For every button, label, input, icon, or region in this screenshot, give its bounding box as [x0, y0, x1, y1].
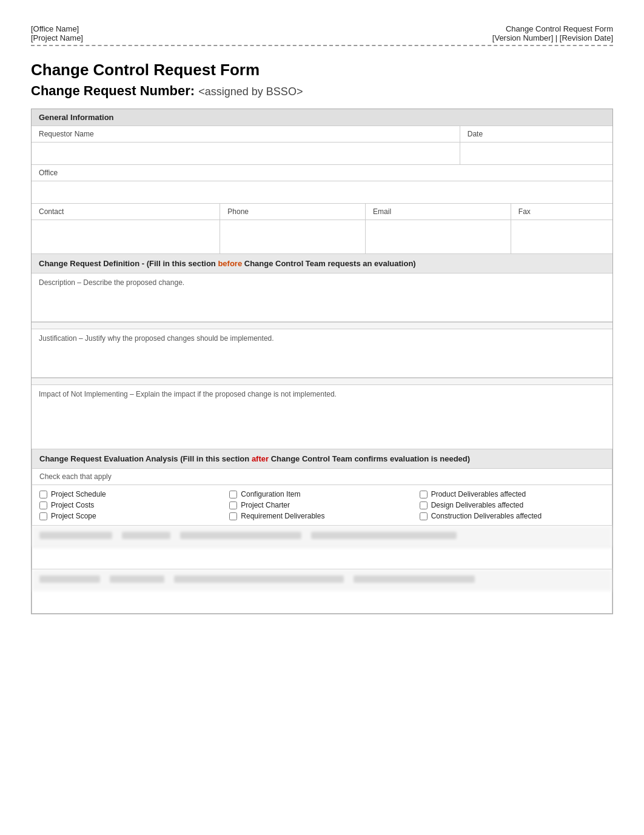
email-input[interactable]: [373, 224, 503, 238]
email-label: Email: [365, 204, 511, 220]
contact-values-row: [32, 220, 612, 254]
checkbox-product-deliverables[interactable]: Product Deliverables affected: [420, 490, 605, 498]
justification-input[interactable]: [39, 346, 605, 371]
checkbox-construction-deliverables-label: Construction Deliverables affected: [431, 512, 542, 520]
checkbox-design-deliverables-label: Design Deliverables affected: [431, 501, 524, 509]
justification-label: Justification – Justify why the proposed…: [39, 334, 605, 343]
contact-value[interactable]: [32, 220, 220, 253]
form-title-right: Change Control Request Form: [506, 24, 613, 33]
version-revision: [Version Number] | [Revision Date]: [492, 33, 613, 42]
header-right: Change Control Request Form [Version Num…: [492, 24, 613, 42]
after-word: after: [252, 454, 269, 463]
subtitle-value: <assigned by BSSO>: [198, 86, 303, 98]
eval-analysis-section: Change Request Evaluation Analysis (Fill…: [32, 449, 612, 614]
requestor-value[interactable]: [32, 143, 460, 164]
fax-value[interactable]: [511, 220, 612, 253]
header-left: [Office Name] [Project Name]: [31, 24, 83, 42]
description-input[interactable]: [39, 290, 605, 315]
checkbox-grid: Project Schedule Configuration Item Prod…: [32, 485, 612, 526]
checkbox-configuration-item[interactable]: Configuration Item: [229, 490, 414, 498]
form-main-title: Change Control Request Form: [31, 61, 613, 79]
change-request-def-section: Change Request Definition - (Fill in thi…: [32, 254, 612, 439]
phone-value[interactable]: [220, 220, 365, 253]
date-input[interactable]: [468, 146, 605, 161]
office-input[interactable]: [39, 185, 605, 200]
checkbox-requirement-deliverables-input[interactable]: [229, 512, 237, 520]
checkbox-project-charter[interactable]: Project Charter: [229, 501, 414, 509]
contact-input[interactable]: [39, 224, 212, 238]
blurred-row-1: [32, 526, 612, 548]
checkbox-project-schedule-input[interactable]: [39, 491, 47, 498]
checkbox-project-schedule-label: Project Schedule: [51, 490, 106, 498]
def-section-header: Change Request Definition - (Fill in thi…: [32, 254, 612, 273]
checkbox-project-costs-input[interactable]: [39, 501, 47, 509]
justification-field: Justification – Justify why the proposed…: [32, 329, 612, 378]
checkbox-project-costs[interactable]: Project Costs: [39, 501, 224, 509]
requestor-input[interactable]: [39, 146, 452, 161]
fax-input[interactable]: [518, 224, 605, 238]
empty-row-2: [32, 591, 612, 613]
description-label: Description – Describe the proposed chan…: [39, 278, 605, 287]
impact-input[interactable]: [39, 402, 605, 432]
requestor-date-label-row: Requestor Name Date: [32, 126, 612, 143]
checkbox-project-scope-label: Project Scope: [51, 512, 96, 520]
date-label: Date: [460, 126, 612, 142]
office-label-row: Office: [32, 165, 612, 181]
office-value-row[interactable]: [32, 181, 612, 204]
eval-header: Change Request Evaluation Analysis (Fill…: [32, 449, 612, 469]
main-form-box: General Information Requestor Name Date …: [31, 109, 613, 614]
separator-1: [32, 322, 612, 329]
checkbox-requirement-deliverables-label: Requirement Deliverables: [241, 512, 324, 520]
checkbox-project-costs-label: Project Costs: [51, 501, 94, 509]
subtitle-label: Change Request Number:: [31, 83, 195, 98]
checkbox-construction-deliverables-input[interactable]: [420, 512, 428, 520]
checkbox-product-deliverables-input[interactable]: [420, 491, 428, 498]
impact-field: Impact of Not Implementing – Explain the…: [32, 385, 612, 439]
eval-header-part1: Change Request Evaluation Analysis (Fill…: [39, 454, 252, 463]
form-subtitle: Change Request Number: <assigned by BSSO…: [31, 83, 613, 99]
phone-input[interactable]: [227, 224, 358, 238]
email-value[interactable]: [365, 220, 511, 253]
separator-2: [32, 378, 612, 385]
empty-row-1: [32, 548, 612, 569]
requestor-date-value-row: [32, 143, 612, 165]
checkbox-design-deliverables[interactable]: Design Deliverables affected: [420, 501, 605, 509]
date-value[interactable]: [460, 143, 612, 164]
checkbox-requirement-deliverables[interactable]: Requirement Deliverables: [229, 512, 414, 520]
blurred-row-2: [32, 569, 612, 591]
checkbox-project-charter-label: Project Charter: [241, 501, 290, 509]
office-name: [Office Name]: [31, 24, 83, 33]
fax-label: Fax: [511, 204, 612, 220]
checkbox-construction-deliverables[interactable]: Construction Deliverables affected: [420, 512, 605, 520]
eval-header-part2: Change Control Team confirms evaluation …: [269, 454, 470, 463]
def-header-part1: Change Request Definition - (Fill in thi…: [39, 259, 416, 268]
checkbox-configuration-item-label: Configuration Item: [241, 490, 300, 498]
contact-labels-row: Contact Phone Email Fax: [32, 204, 612, 220]
checkbox-project-schedule[interactable]: Project Schedule: [39, 490, 224, 498]
impact-label: Impact of Not Implementing – Explain the…: [39, 390, 605, 398]
general-info-header: General Information: [32, 109, 612, 126]
checkbox-project-scope[interactable]: Project Scope: [39, 512, 224, 520]
phone-label: Phone: [220, 204, 365, 220]
checkbox-design-deliverables-input[interactable]: [420, 501, 428, 509]
description-field: Description – Describe the proposed chan…: [32, 273, 612, 322]
project-name: [Project Name]: [31, 33, 83, 42]
before-word: before: [218, 259, 242, 268]
header-meta: [Office Name] [Project Name] Change Cont…: [31, 24, 613, 42]
checkbox-project-charter-input[interactable]: [229, 501, 237, 509]
checkbox-configuration-item-input[interactable]: [229, 491, 237, 498]
check-each-label: Check each that apply: [32, 469, 612, 485]
checkbox-project-scope-input[interactable]: [39, 512, 47, 520]
header-divider: [31, 45, 613, 46]
requestor-label: Requestor Name: [32, 126, 460, 142]
checkbox-product-deliverables-label: Product Deliverables affected: [431, 490, 526, 498]
contact-label: Contact: [32, 204, 220, 220]
general-info-section: General Information Requestor Name Date …: [32, 109, 612, 254]
